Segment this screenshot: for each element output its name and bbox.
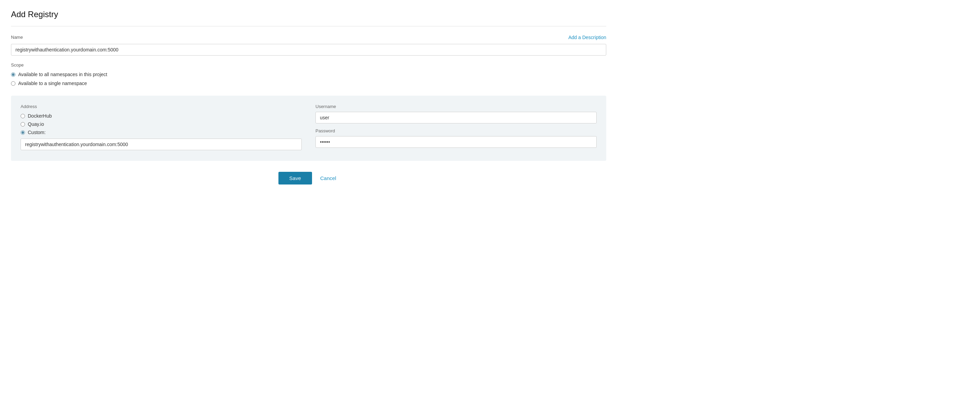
scope-all-namespaces-label[interactable]: Available to all namespaces in this proj…: [18, 72, 107, 77]
quayio-label[interactable]: Quay.io: [28, 121, 44, 127]
username-label: Username: [315, 104, 597, 109]
add-description-link[interactable]: Add a Description: [568, 35, 606, 40]
quayio-option[interactable]: Quay.io: [21, 121, 302, 127]
scope-all-namespaces-option[interactable]: Available to all namespaces in this proj…: [11, 72, 606, 77]
name-field-container: [11, 44, 606, 56]
page-container: Add Registry Name Add a Description Scop…: [0, 0, 617, 194]
address-panel-inner: Address DockerHub Quay.io Custom:: [21, 104, 597, 153]
name-field-row: Name Add a Description: [11, 35, 606, 42]
custom-input-wrapper: [21, 138, 302, 150]
scope-label: Scope: [11, 62, 606, 68]
password-input[interactable]: [315, 136, 597, 148]
cancel-button[interactable]: Cancel: [318, 172, 339, 185]
address-radio-group: DockerHub Quay.io Custom:: [21, 113, 302, 135]
scope-section: Scope Available to all namespaces in thi…: [11, 62, 606, 86]
address-col-label: Address: [21, 104, 302, 109]
name-input[interactable]: [11, 44, 606, 56]
scope-single-namespace-option[interactable]: Available to a single namespace: [11, 81, 606, 86]
scope-all-namespaces-radio[interactable]: [11, 72, 16, 77]
credentials-column: Username Password: [315, 104, 597, 153]
save-button[interactable]: Save: [278, 172, 312, 185]
name-label: Name: [11, 35, 23, 40]
dockerhub-label[interactable]: DockerHub: [28, 113, 52, 119]
address-column: Address DockerHub Quay.io Custom:: [21, 104, 302, 153]
scope-single-namespace-radio[interactable]: [11, 81, 16, 86]
action-row: Save Cancel: [11, 172, 606, 185]
custom-radio[interactable]: [21, 130, 25, 135]
password-label: Password: [315, 128, 597, 134]
address-panel: Address DockerHub Quay.io Custom:: [11, 95, 606, 161]
quayio-radio[interactable]: [21, 122, 25, 127]
custom-option[interactable]: Custom:: [21, 130, 302, 135]
page-title: Add Registry: [11, 10, 606, 19]
custom-label[interactable]: Custom:: [28, 130, 46, 135]
dockerhub-radio[interactable]: [21, 114, 25, 118]
username-input[interactable]: [315, 112, 597, 124]
custom-address-input[interactable]: [21, 138, 302, 150]
dockerhub-option[interactable]: DockerHub: [21, 113, 302, 119]
scope-single-namespace-label[interactable]: Available to a single namespace: [18, 81, 87, 86]
